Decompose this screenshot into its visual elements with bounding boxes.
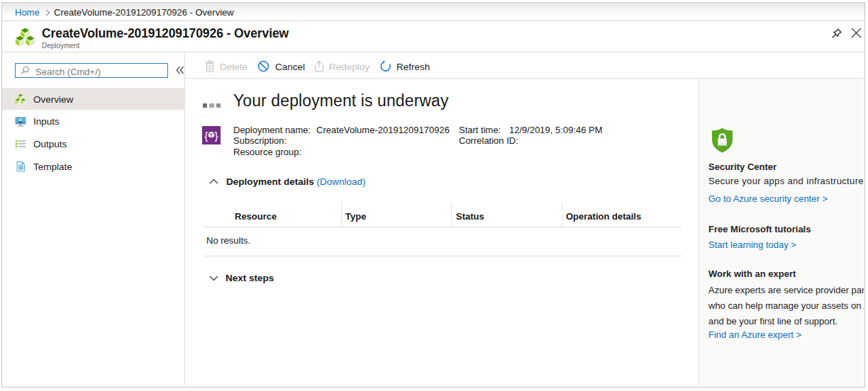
svg-text:}: } <box>215 130 218 142</box>
svg-text:{: { <box>204 130 208 142</box>
